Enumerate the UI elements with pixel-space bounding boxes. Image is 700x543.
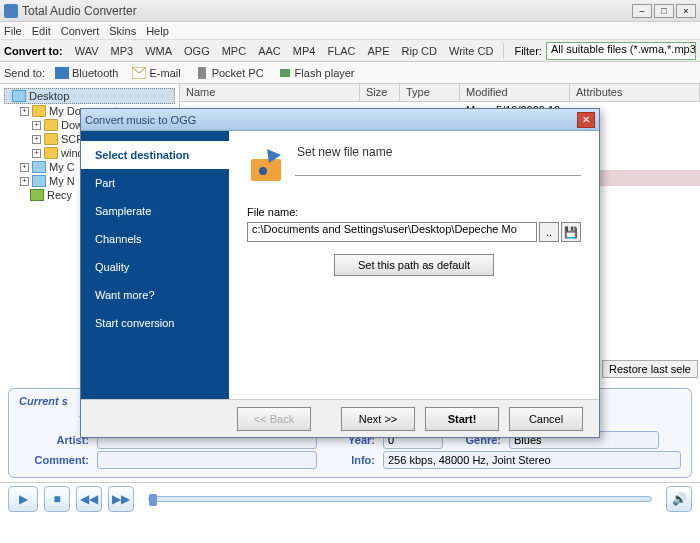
expand-icon[interactable]: + bbox=[32, 135, 41, 144]
comment-field[interactable] bbox=[97, 451, 317, 469]
format-mpc[interactable]: MPC bbox=[218, 43, 250, 59]
pocketpc-icon bbox=[195, 67, 209, 79]
format-wav[interactable]: WAV bbox=[71, 43, 103, 59]
menu-help[interactable]: Help bbox=[146, 25, 169, 37]
format-aac[interactable]: AAC bbox=[254, 43, 285, 59]
app-icon bbox=[4, 4, 18, 18]
dialog-title: Convert music to OGG bbox=[85, 114, 577, 126]
step-part[interactable]: Part bbox=[81, 169, 229, 197]
wizard-steps: Select destination Part Samplerate Chann… bbox=[81, 131, 229, 399]
back-button[interactable]: << Back bbox=[237, 407, 311, 431]
folder-icon bbox=[32, 105, 46, 117]
next-button[interactable]: Next >> bbox=[341, 407, 415, 431]
sendto-email[interactable]: E-mail bbox=[128, 65, 184, 81]
info-label: Info: bbox=[325, 454, 375, 466]
svg-point-5 bbox=[259, 167, 267, 175]
artist-label: Artist: bbox=[19, 434, 89, 446]
dialog-close-button[interactable]: ✕ bbox=[577, 112, 595, 128]
stop-button[interactable]: ■ bbox=[44, 486, 70, 512]
folder-icon bbox=[44, 133, 58, 145]
maximize-button[interactable]: □ bbox=[654, 4, 674, 18]
svg-rect-3 bbox=[280, 69, 290, 77]
format-flac[interactable]: FLAC bbox=[323, 43, 359, 59]
info-field: 256 kbps, 48000 Hz, Joint Stereo bbox=[383, 451, 681, 469]
step-channels[interactable]: Channels bbox=[81, 225, 229, 253]
desktop-icon bbox=[12, 90, 26, 102]
underline bbox=[295, 175, 581, 176]
next-button[interactable]: ▶▶ bbox=[108, 486, 134, 512]
network-icon bbox=[32, 175, 46, 187]
play-button[interactable]: ▶ bbox=[8, 486, 38, 512]
filter-label: Filter: bbox=[514, 45, 542, 57]
menu-convert[interactable]: Convert bbox=[61, 25, 100, 37]
browse-button[interactable]: .. bbox=[539, 222, 559, 242]
col-name[interactable]: Name bbox=[180, 84, 360, 101]
start-button[interactable]: Start! bbox=[425, 407, 499, 431]
svg-rect-2 bbox=[198, 67, 206, 79]
list-header: Name Size Type Modified Attributes bbox=[180, 84, 700, 102]
filter-dropdown[interactable]: All suitable files (*.wma,*.mp3,*.wav,*.… bbox=[546, 42, 696, 60]
format-wma[interactable]: WMA bbox=[141, 43, 176, 59]
step-wantmore[interactable]: Want more? bbox=[81, 281, 229, 309]
menu-file[interactable]: File bbox=[4, 25, 22, 37]
step-samplerate[interactable]: Samplerate bbox=[81, 197, 229, 225]
col-size[interactable]: Size bbox=[360, 84, 400, 101]
expand-icon[interactable]: + bbox=[20, 177, 29, 186]
music-folder-icon bbox=[247, 145, 287, 185]
recycle-icon bbox=[30, 189, 44, 201]
format-ape[interactable]: APE bbox=[364, 43, 394, 59]
dialog-main: Set new file name File name: c:\Document… bbox=[229, 131, 599, 399]
computer-icon bbox=[32, 161, 46, 173]
expand-icon[interactable]: + bbox=[20, 107, 29, 116]
col-attributes[interactable]: Attributes bbox=[570, 84, 700, 101]
title-label: Ti bbox=[19, 414, 89, 426]
format-writecd[interactable]: Write CD bbox=[445, 43, 497, 59]
step-quality[interactable]: Quality bbox=[81, 253, 229, 281]
minimize-button[interactable]: – bbox=[632, 4, 652, 18]
email-icon bbox=[132, 67, 146, 79]
cancel-button[interactable]: Cancel bbox=[509, 407, 583, 431]
tree-desktop[interactable]: Desktop bbox=[4, 88, 175, 104]
sendto-flashplayer[interactable]: Flash player bbox=[274, 65, 359, 81]
folder-icon bbox=[44, 147, 58, 159]
save-icon-button[interactable]: 💾 bbox=[561, 222, 581, 242]
step-select-destination[interactable]: Select destination bbox=[81, 141, 229, 169]
convert-dialog: Convert music to OGG ✕ Select destinatio… bbox=[80, 108, 600, 438]
flash-icon bbox=[278, 67, 292, 79]
close-button[interactable]: × bbox=[676, 4, 696, 18]
restore-selection-button[interactable]: Restore last sele bbox=[602, 360, 698, 378]
expand-icon[interactable]: + bbox=[32, 121, 41, 130]
sendto-bluetooth[interactable]: Bluetooth bbox=[51, 65, 122, 81]
prev-button[interactable]: ◀◀ bbox=[76, 486, 102, 512]
window-titlebar: Total Audio Converter – □ × bbox=[0, 0, 700, 22]
convert-toolbar: Convert to: WAV MP3 WMA OGG MPC AAC MP4 … bbox=[0, 40, 700, 62]
menubar: File Edit Convert Skins Help bbox=[0, 22, 700, 40]
dialog-titlebar[interactable]: Convert music to OGG ✕ bbox=[81, 109, 599, 131]
seek-knob[interactable] bbox=[149, 494, 157, 506]
menu-skins[interactable]: Skins bbox=[109, 25, 136, 37]
col-type[interactable]: Type bbox=[400, 84, 460, 101]
comment-label: Comment: bbox=[19, 454, 89, 466]
filename-label: File name: bbox=[247, 206, 581, 218]
format-ogg[interactable]: OGG bbox=[180, 43, 214, 59]
player-controls: ▶ ■ ◀◀ ▶▶ 🔊 bbox=[0, 482, 700, 514]
sendto-pocketpc[interactable]: Pocket PC bbox=[191, 65, 268, 81]
col-modified[interactable]: Modified bbox=[460, 84, 570, 101]
filename-input[interactable]: c:\Documents and Settings\user\Desktop\D… bbox=[247, 222, 537, 242]
set-default-path-button[interactable]: Set this path as default bbox=[334, 254, 494, 276]
filter-value: All suitable files (*.wma,*.mp3,*.wav,*.… bbox=[551, 43, 696, 55]
seek-slider[interactable] bbox=[148, 496, 652, 502]
bluetooth-icon bbox=[55, 67, 69, 79]
format-ripcd[interactable]: Rip CD bbox=[398, 43, 441, 59]
format-mp4[interactable]: MP4 bbox=[289, 43, 320, 59]
step-startconversion[interactable]: Start conversion bbox=[81, 309, 229, 337]
dialog-heading: Set new file name bbox=[247, 145, 581, 159]
convert-to-label: Convert to: bbox=[4, 45, 63, 57]
expand-icon[interactable]: + bbox=[32, 149, 41, 158]
volume-button[interactable]: 🔊 bbox=[666, 486, 692, 512]
menu-edit[interactable]: Edit bbox=[32, 25, 51, 37]
window-title: Total Audio Converter bbox=[22, 4, 632, 18]
format-mp3[interactable]: MP3 bbox=[107, 43, 138, 59]
sendto-label: Send to: bbox=[4, 67, 45, 79]
expand-icon[interactable]: + bbox=[20, 163, 29, 172]
